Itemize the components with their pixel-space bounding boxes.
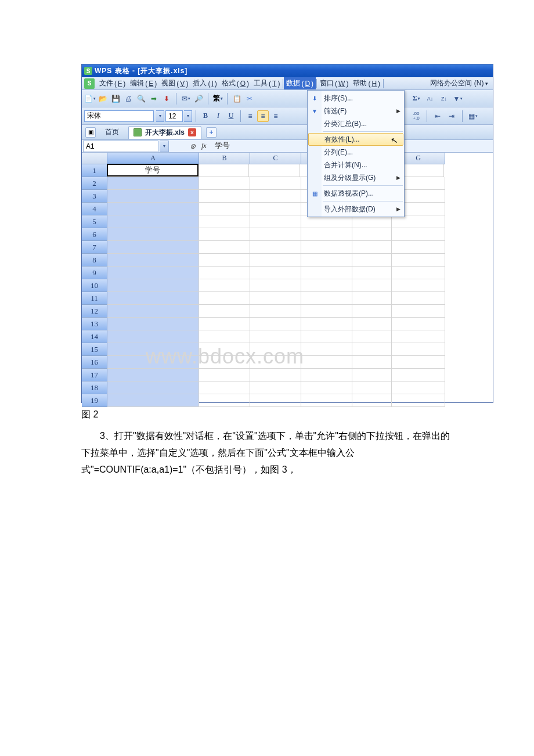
cancel-formula-icon[interactable]: ⊗ [186, 142, 199, 150]
tab-active-document[interactable]: 开大李振.xls × [128, 126, 201, 139]
cell[interactable] [392, 381, 445, 394]
menu-window[interactable]: 窗口(W) [317, 77, 351, 89]
row-header[interactable]: 12 [82, 305, 107, 318]
menu-insert[interactable]: 插入(I) [190, 77, 219, 89]
cell[interactable] [392, 228, 445, 241]
cell[interactable] [301, 254, 352, 267]
menu-data[interactable]: 数据(D) [284, 77, 316, 89]
cell[interactable] [107, 356, 199, 369]
cell[interactable] [199, 241, 250, 254]
cell[interactable] [250, 177, 301, 190]
row-header[interactable]: 7 [82, 241, 107, 254]
cell[interactable] [301, 318, 352, 330]
cell[interactable] [301, 228, 352, 241]
cell[interactable] [250, 394, 301, 407]
cell[interactable] [352, 254, 392, 267]
row-header[interactable]: 5 [82, 215, 107, 228]
cell[interactable] [199, 292, 250, 305]
cell[interactable] [199, 279, 250, 292]
menu-item-consolidate[interactable]: 合并计算(N)... [308, 159, 404, 171]
copy-button[interactable]: 📋 [231, 93, 243, 105]
cell[interactable] [250, 356, 301, 369]
cell[interactable] [392, 343, 445, 356]
cell[interactable] [352, 318, 392, 330]
cell[interactable] [250, 228, 301, 241]
mail-button[interactable]: ✉ [180, 93, 192, 105]
menu-help[interactable]: 帮助(H) [351, 77, 383, 89]
traditional-chinese-button[interactable]: 繁 [212, 93, 223, 105]
cell[interactable] [301, 267, 352, 279]
cell[interactable] [199, 267, 250, 279]
borders-button[interactable]: ▦ [467, 110, 479, 122]
align-center-button[interactable]: ≡ [257, 110, 269, 122]
font-size-select[interactable]: 12 [165, 110, 183, 122]
cell[interactable] [301, 343, 352, 356]
row-header[interactable]: 4 [82, 203, 107, 215]
cell[interactable] [199, 394, 250, 407]
indent-inc-button[interactable]: ⇥ [446, 110, 457, 122]
menu-file[interactable]: 文件(F) [97, 77, 128, 89]
row-header[interactable]: 14 [82, 330, 107, 343]
align-right-button[interactable]: ≡ [270, 110, 282, 122]
cell[interactable] [301, 279, 352, 292]
cell[interactable] [250, 343, 301, 356]
close-tab-button[interactable]: × [188, 128, 196, 136]
cell[interactable] [352, 215, 392, 228]
print-preview-button[interactable]: 🔍 [135, 93, 147, 105]
cell[interactable] [392, 394, 445, 407]
cell[interactable] [107, 381, 199, 394]
row-header[interactable]: 2 [82, 177, 107, 190]
font-family-select[interactable]: 宋体 [84, 110, 154, 122]
cell[interactable] [352, 381, 392, 394]
cell[interactable] [301, 305, 352, 318]
cell[interactable] [352, 369, 392, 381]
cell[interactable] [107, 177, 199, 190]
cell[interactable] [107, 279, 199, 292]
row-header[interactable]: 19 [82, 394, 107, 407]
cell[interactable] [107, 254, 199, 267]
cell[interactable]: 学号 [107, 164, 199, 177]
cell[interactable] [199, 254, 250, 267]
cell[interactable] [250, 381, 301, 394]
cell[interactable] [352, 241, 392, 254]
cell[interactable] [392, 356, 445, 369]
align-left-button[interactable]: ≡ [244, 110, 256, 122]
menu-item-text-to-columns[interactable]: 分列(E)... [308, 146, 404, 159]
cell[interactable] [301, 241, 352, 254]
cell[interactable] [198, 164, 249, 177]
row-header[interactable]: 9 [82, 267, 107, 279]
row-header[interactable]: 11 [82, 292, 107, 305]
sort-asc-button[interactable]: A↓ [424, 93, 436, 105]
cell[interactable] [392, 279, 445, 292]
cell[interactable] [250, 215, 301, 228]
cut-button[interactable]: ✂ [244, 93, 255, 105]
cell[interactable] [352, 394, 392, 407]
underline-button[interactable]: U [225, 110, 237, 122]
dropdown-arrow-icon[interactable]: ▾ [184, 110, 192, 122]
cell[interactable] [301, 215, 352, 228]
cell[interactable] [301, 292, 352, 305]
cell[interactable] [107, 330, 199, 343]
cell[interactable] [392, 330, 445, 343]
cell[interactable] [107, 305, 199, 318]
cell[interactable] [301, 369, 352, 381]
cell[interactable] [352, 279, 392, 292]
cell[interactable] [199, 228, 250, 241]
cell[interactable] [392, 241, 445, 254]
cell[interactable] [352, 292, 392, 305]
spreadsheet-grid[interactable]: ABCFG 12345678910111213141516171819 学号 w… [82, 153, 493, 402]
cell[interactable] [199, 343, 250, 356]
cell[interactable] [250, 190, 301, 203]
cell[interactable] [199, 330, 250, 343]
cell[interactable] [352, 228, 392, 241]
cell[interactable] [199, 177, 250, 190]
row-header[interactable]: 3 [82, 190, 107, 203]
open-button[interactable]: 📂 [97, 93, 109, 105]
row-header[interactable]: 1 [82, 164, 107, 177]
menu-item-import-external[interactable]: 导入外部数据(D) ▶ [308, 203, 404, 215]
menu-item-group-outline[interactable]: 组及分级显示(G) ▶ [308, 171, 404, 184]
cell[interactable] [392, 267, 445, 279]
cell[interactable] [301, 394, 352, 407]
sort-desc-button[interactable]: Z↓ [438, 93, 450, 105]
cell[interactable] [250, 330, 301, 343]
